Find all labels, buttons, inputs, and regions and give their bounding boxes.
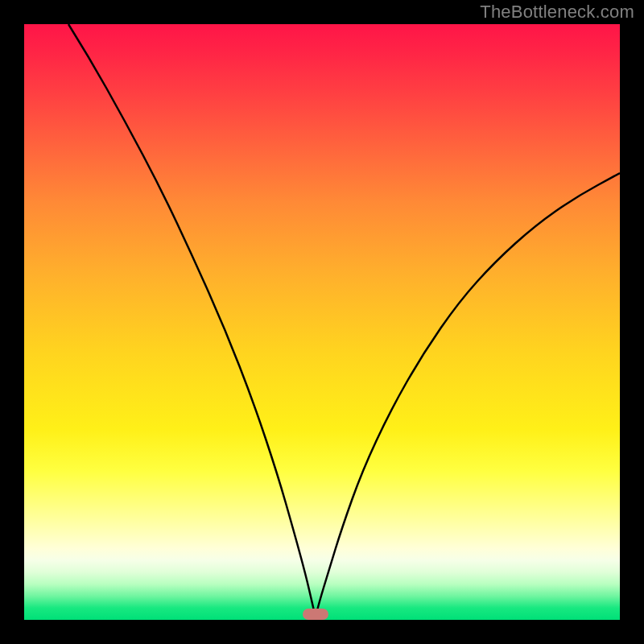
- min-marker: [303, 609, 328, 620]
- watermark-text: TheBottleneck.com: [480, 2, 634, 23]
- bottleneck-curve: [68, 24, 620, 614]
- curve-svg: [24, 24, 620, 620]
- plot-area: [24, 24, 620, 620]
- chart-frame: TheBottleneck.com: [0, 0, 644, 644]
